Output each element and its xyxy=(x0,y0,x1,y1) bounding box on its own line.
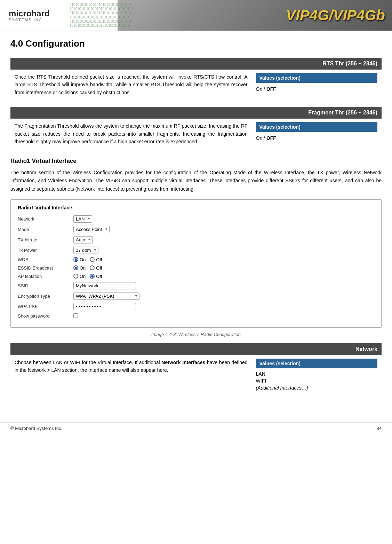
apisol-radio-group: On Off xyxy=(73,274,374,279)
txbitrate-select-wrapper[interactable]: Auto xyxy=(73,236,93,243)
fragment-off-label: OFF xyxy=(266,135,276,141)
network-values-cell: Values (selection) LAN WIFI (Additional … xyxy=(252,355,382,395)
wds-off-label: Off xyxy=(96,257,102,262)
value-network: LAN xyxy=(73,215,374,223)
showpassword-checkbox[interactable] xyxy=(73,313,78,318)
field-encryption: Encryption Type WPA+WPA2 (PSK) xyxy=(18,293,374,300)
field-apisol: AP Isolation On Off xyxy=(18,274,374,279)
rts-section: RTS Thr (256 ~ 2346) Once the RTS Thresh… xyxy=(10,58,382,100)
network-body-row: Choose between LAN or WIFI for the Virtu… xyxy=(10,355,382,395)
footer-page-number: 84 xyxy=(377,426,382,431)
fragment-body-row: The Fragmentation Threshold allows the s… xyxy=(10,119,382,149)
value-txbitrate: Auto xyxy=(73,236,374,243)
mode-select-wrapper[interactable]: Access Point xyxy=(73,226,110,233)
rts-values-header: Values (selection) xyxy=(256,73,377,83)
fragment-header-row: Fragment Thr (256 ~ 2346) xyxy=(10,107,382,119)
fragment-section: Fragment Thr (256 ~ 2346) The Fragmentat… xyxy=(10,107,382,149)
rts-values-cell: Values (selection) On / OFF xyxy=(252,70,382,100)
page-header: 01010101010101010101010101010101 1010101… xyxy=(0,0,392,31)
apisol-off-option[interactable]: Off xyxy=(90,274,102,279)
fragment-on-off: On / OFF xyxy=(256,134,377,142)
network-select-wrapper[interactable]: LAN xyxy=(73,215,92,223)
value-wds: On Off xyxy=(73,257,374,262)
txpower-select[interactable]: 17 dbm xyxy=(73,247,98,254)
encryption-select-wrapper[interactable]: WPA+WPA2 (PSK) xyxy=(73,293,139,300)
label-ssid: SSID xyxy=(18,283,73,288)
wds-on-radio[interactable] xyxy=(73,257,78,262)
network-description-cell: Choose between LAN or WIFI for the Virtu… xyxy=(10,355,252,395)
txpower-select-wrapper[interactable]: 17 dbm xyxy=(73,247,98,254)
wds-off-radio[interactable] xyxy=(90,257,95,262)
essid-off-option[interactable]: Off xyxy=(90,265,102,271)
network-value-lan: LAN xyxy=(256,370,377,377)
wds-on-option[interactable]: On xyxy=(73,257,86,262)
interface-box: Radio1 Virtual Interface Network LAN Mod… xyxy=(10,199,382,328)
value-apisol: On Off xyxy=(73,274,374,279)
network-header-row: Network xyxy=(10,343,382,355)
label-mode: Mode xyxy=(18,227,73,232)
binary-decoration: 01010101010101010101010101010101 1010101… xyxy=(70,0,174,31)
wds-on-label: On xyxy=(80,257,86,262)
mode-select[interactable]: Access Point xyxy=(73,226,110,233)
rts-header-row: RTS Thr (256 ~ 2346) xyxy=(10,58,382,70)
label-txpower: Tx Power xyxy=(18,248,73,253)
interface-box-title: Radio1 Virtual Interface xyxy=(18,205,374,210)
ssid-input[interactable] xyxy=(73,282,136,289)
field-network: Network LAN xyxy=(18,215,374,223)
wds-off-option[interactable]: Off xyxy=(90,257,102,262)
fragment-values-cell: Values (selection) On / OFF xyxy=(252,119,382,149)
footer: © Microhard Systems Inc. 84 xyxy=(0,423,392,434)
network-select[interactable]: LAN xyxy=(73,215,92,223)
value-encryption: WPA+WPA2 (PSK) xyxy=(73,293,374,300)
network-header: Network xyxy=(10,343,382,355)
rts-off-label: OFF xyxy=(266,86,276,92)
essid-off-radio[interactable] xyxy=(90,265,95,270)
image-caption: Image 4-4-3: Wireless > Radio Configurat… xyxy=(10,332,382,337)
page-title: 4.0 Configuration xyxy=(10,38,382,49)
essid-off-label: Off xyxy=(96,265,102,271)
network-values-header: Values (selection) xyxy=(256,359,377,368)
label-wds: WDS xyxy=(18,257,73,262)
essid-on-option[interactable]: On xyxy=(73,265,86,271)
label-encryption: Encryption Type xyxy=(18,294,73,299)
rts-description: Once the RTS Threshold defined packet si… xyxy=(15,73,248,96)
rts-on-off: On / OFF xyxy=(256,85,377,93)
network-interfaces-bold: Network Interfaces xyxy=(161,360,205,365)
value-showpassword xyxy=(73,313,374,319)
txbitrate-select[interactable]: Auto xyxy=(73,236,93,243)
essid-on-radio[interactable] xyxy=(73,265,78,270)
field-essid: ESSID Broadcast On Off xyxy=(18,265,374,271)
value-essid: On Off xyxy=(73,265,374,271)
logo-brand: microhard xyxy=(9,9,49,18)
apisol-on-option[interactable]: On xyxy=(73,274,86,279)
fragment-description: The Fragmentation Threshold allows the s… xyxy=(15,122,248,145)
encryption-select[interactable]: WPA+WPA2 (PSK) xyxy=(73,293,139,300)
field-wds: WDS On Off xyxy=(18,257,374,262)
apisol-off-radio[interactable] xyxy=(90,274,95,279)
rts-description-cell: Once the RTS Threshold defined packet si… xyxy=(10,70,252,100)
main-content: 4.0 Configuration RTS Thr (256 ~ 2346) O… xyxy=(0,31,392,412)
value-ssid xyxy=(73,282,374,289)
field-wpapsk: WPA PSK xyxy=(18,303,374,310)
value-mode: Access Point xyxy=(73,226,374,233)
product-title: VIP4G/VIP4Gb xyxy=(286,7,385,24)
essid-on-label: On xyxy=(80,265,86,271)
footer-copyright: © Microhard Systems Inc. xyxy=(10,426,62,431)
apisol-off-label: Off xyxy=(96,274,102,279)
logo: microhard SYSTEMS INC. xyxy=(9,9,49,22)
network-section: Network Choose between LAN or WIFI for t… xyxy=(10,343,382,395)
label-showpassword: Show password xyxy=(18,313,73,319)
radio1-description: The bottom section of the Wireless Confi… xyxy=(10,169,382,193)
rts-body-row: Once the RTS Threshold defined packet si… xyxy=(10,70,382,100)
field-txpower: Tx Power 17 dbm xyxy=(18,247,374,254)
label-txbitrate: TX bitrate xyxy=(18,237,73,242)
wds-radio-group: On Off xyxy=(73,257,374,262)
logo-sub: SYSTEMS INC. xyxy=(9,18,49,22)
wpapsk-input[interactable] xyxy=(73,303,136,310)
network-value-wifi: WIFI xyxy=(256,377,377,384)
apisol-on-radio[interactable] xyxy=(73,274,78,279)
field-mode: Mode Access Point xyxy=(18,226,374,233)
rts-header: RTS Thr (256 ~ 2346) xyxy=(10,58,382,70)
label-apisol: AP Isolation xyxy=(18,274,73,279)
network-value-additional: (Additional Interfaces…) xyxy=(256,384,377,391)
